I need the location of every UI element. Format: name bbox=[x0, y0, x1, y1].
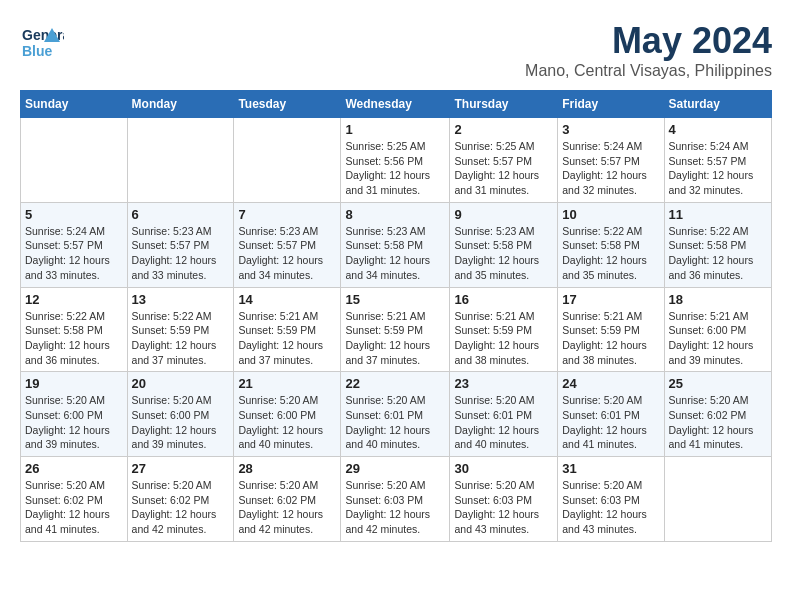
day-number: 28 bbox=[238, 461, 336, 476]
day-number: 11 bbox=[669, 207, 767, 222]
day-info: Sunrise: 5:22 AM Sunset: 5:58 PM Dayligh… bbox=[25, 309, 123, 368]
calendar-cell: 10Sunrise: 5:22 AM Sunset: 5:58 PM Dayli… bbox=[558, 202, 664, 287]
day-info: Sunrise: 5:24 AM Sunset: 5:57 PM Dayligh… bbox=[25, 224, 123, 283]
header-row: SundayMondayTuesdayWednesdayThursdayFrid… bbox=[21, 91, 772, 118]
day-info: Sunrise: 5:24 AM Sunset: 5:57 PM Dayligh… bbox=[669, 139, 767, 198]
day-number: 15 bbox=[345, 292, 445, 307]
calendar-cell: 11Sunrise: 5:22 AM Sunset: 5:58 PM Dayli… bbox=[664, 202, 771, 287]
day-number: 9 bbox=[454, 207, 553, 222]
day-info: Sunrise: 5:20 AM Sunset: 6:00 PM Dayligh… bbox=[132, 393, 230, 452]
calendar-cell bbox=[234, 118, 341, 203]
day-info: Sunrise: 5:20 AM Sunset: 6:01 PM Dayligh… bbox=[562, 393, 659, 452]
calendar-cell: 16Sunrise: 5:21 AM Sunset: 5:59 PM Dayli… bbox=[450, 287, 558, 372]
weekday-header: Thursday bbox=[450, 91, 558, 118]
day-info: Sunrise: 5:23 AM Sunset: 5:57 PM Dayligh… bbox=[132, 224, 230, 283]
day-number: 2 bbox=[454, 122, 553, 137]
day-number: 8 bbox=[345, 207, 445, 222]
day-number: 20 bbox=[132, 376, 230, 391]
calendar-cell: 23Sunrise: 5:20 AM Sunset: 6:01 PM Dayli… bbox=[450, 372, 558, 457]
calendar-cell: 4Sunrise: 5:24 AM Sunset: 5:57 PM Daylig… bbox=[664, 118, 771, 203]
day-info: Sunrise: 5:23 AM Sunset: 5:58 PM Dayligh… bbox=[454, 224, 553, 283]
calendar-cell: 29Sunrise: 5:20 AM Sunset: 6:03 PM Dayli… bbox=[341, 457, 450, 542]
calendar-cell: 17Sunrise: 5:21 AM Sunset: 5:59 PM Dayli… bbox=[558, 287, 664, 372]
day-info: Sunrise: 5:21 AM Sunset: 5:59 PM Dayligh… bbox=[562, 309, 659, 368]
calendar-cell: 18Sunrise: 5:21 AM Sunset: 6:00 PM Dayli… bbox=[664, 287, 771, 372]
calendar-cell: 21Sunrise: 5:20 AM Sunset: 6:00 PM Dayli… bbox=[234, 372, 341, 457]
calendar-week: 26Sunrise: 5:20 AM Sunset: 6:02 PM Dayli… bbox=[21, 457, 772, 542]
calendar-cell: 26Sunrise: 5:20 AM Sunset: 6:02 PM Dayli… bbox=[21, 457, 128, 542]
calendar-cell: 31Sunrise: 5:20 AM Sunset: 6:03 PM Dayli… bbox=[558, 457, 664, 542]
logo-icon: General Blue bbox=[20, 20, 64, 64]
calendar-cell: 12Sunrise: 5:22 AM Sunset: 5:58 PM Dayli… bbox=[21, 287, 128, 372]
day-number: 7 bbox=[238, 207, 336, 222]
calendar-cell: 8Sunrise: 5:23 AM Sunset: 5:58 PM Daylig… bbox=[341, 202, 450, 287]
calendar-cell: 28Sunrise: 5:20 AM Sunset: 6:02 PM Dayli… bbox=[234, 457, 341, 542]
day-number: 22 bbox=[345, 376, 445, 391]
calendar-cell bbox=[127, 118, 234, 203]
day-info: Sunrise: 5:21 AM Sunset: 6:00 PM Dayligh… bbox=[669, 309, 767, 368]
page-title: May 2024 bbox=[525, 20, 772, 62]
day-info: Sunrise: 5:20 AM Sunset: 6:03 PM Dayligh… bbox=[345, 478, 445, 537]
day-info: Sunrise: 5:21 AM Sunset: 5:59 PM Dayligh… bbox=[238, 309, 336, 368]
calendar-week: 5Sunrise: 5:24 AM Sunset: 5:57 PM Daylig… bbox=[21, 202, 772, 287]
day-info: Sunrise: 5:22 AM Sunset: 5:58 PM Dayligh… bbox=[562, 224, 659, 283]
weekday-header: Saturday bbox=[664, 91, 771, 118]
day-info: Sunrise: 5:20 AM Sunset: 6:00 PM Dayligh… bbox=[238, 393, 336, 452]
calendar-cell: 27Sunrise: 5:20 AM Sunset: 6:02 PM Dayli… bbox=[127, 457, 234, 542]
calendar-cell: 22Sunrise: 5:20 AM Sunset: 6:01 PM Dayli… bbox=[341, 372, 450, 457]
calendar-cell: 13Sunrise: 5:22 AM Sunset: 5:59 PM Dayli… bbox=[127, 287, 234, 372]
calendar-cell: 9Sunrise: 5:23 AM Sunset: 5:58 PM Daylig… bbox=[450, 202, 558, 287]
logo: General Blue bbox=[20, 20, 64, 64]
day-info: Sunrise: 5:25 AM Sunset: 5:56 PM Dayligh… bbox=[345, 139, 445, 198]
day-number: 5 bbox=[25, 207, 123, 222]
day-number: 25 bbox=[669, 376, 767, 391]
calendar-cell: 19Sunrise: 5:20 AM Sunset: 6:00 PM Dayli… bbox=[21, 372, 128, 457]
day-number: 30 bbox=[454, 461, 553, 476]
day-number: 14 bbox=[238, 292, 336, 307]
calendar-cell: 5Sunrise: 5:24 AM Sunset: 5:57 PM Daylig… bbox=[21, 202, 128, 287]
weekday-header: Wednesday bbox=[341, 91, 450, 118]
calendar-cell: 30Sunrise: 5:20 AM Sunset: 6:03 PM Dayli… bbox=[450, 457, 558, 542]
calendar-cell: 15Sunrise: 5:21 AM Sunset: 5:59 PM Dayli… bbox=[341, 287, 450, 372]
svg-text:Blue: Blue bbox=[22, 43, 53, 59]
day-number: 23 bbox=[454, 376, 553, 391]
day-number: 18 bbox=[669, 292, 767, 307]
day-number: 19 bbox=[25, 376, 123, 391]
day-info: Sunrise: 5:21 AM Sunset: 5:59 PM Dayligh… bbox=[454, 309, 553, 368]
calendar-cell: 24Sunrise: 5:20 AM Sunset: 6:01 PM Dayli… bbox=[558, 372, 664, 457]
calendar-cell: 3Sunrise: 5:24 AM Sunset: 5:57 PM Daylig… bbox=[558, 118, 664, 203]
calendar-cell: 2Sunrise: 5:25 AM Sunset: 5:57 PM Daylig… bbox=[450, 118, 558, 203]
day-number: 27 bbox=[132, 461, 230, 476]
day-info: Sunrise: 5:20 AM Sunset: 6:02 PM Dayligh… bbox=[132, 478, 230, 537]
day-info: Sunrise: 5:23 AM Sunset: 5:58 PM Dayligh… bbox=[345, 224, 445, 283]
weekday-header: Sunday bbox=[21, 91, 128, 118]
day-number: 3 bbox=[562, 122, 659, 137]
day-info: Sunrise: 5:20 AM Sunset: 6:00 PM Dayligh… bbox=[25, 393, 123, 452]
day-info: Sunrise: 5:20 AM Sunset: 6:01 PM Dayligh… bbox=[454, 393, 553, 452]
page-header: General Blue May 2024 Mano, Central Visa… bbox=[20, 20, 772, 80]
day-info: Sunrise: 5:23 AM Sunset: 5:57 PM Dayligh… bbox=[238, 224, 336, 283]
calendar-cell: 6Sunrise: 5:23 AM Sunset: 5:57 PM Daylig… bbox=[127, 202, 234, 287]
calendar-table: SundayMondayTuesdayWednesdayThursdayFrid… bbox=[20, 90, 772, 542]
day-info: Sunrise: 5:24 AM Sunset: 5:57 PM Dayligh… bbox=[562, 139, 659, 198]
calendar-week: 1Sunrise: 5:25 AM Sunset: 5:56 PM Daylig… bbox=[21, 118, 772, 203]
day-number: 4 bbox=[669, 122, 767, 137]
calendar-cell: 25Sunrise: 5:20 AM Sunset: 6:02 PM Dayli… bbox=[664, 372, 771, 457]
calendar-cell: 7Sunrise: 5:23 AM Sunset: 5:57 PM Daylig… bbox=[234, 202, 341, 287]
day-number: 10 bbox=[562, 207, 659, 222]
page-subtitle: Mano, Central Visayas, Philippines bbox=[525, 62, 772, 80]
day-number: 31 bbox=[562, 461, 659, 476]
day-number: 13 bbox=[132, 292, 230, 307]
weekday-header: Tuesday bbox=[234, 91, 341, 118]
day-number: 24 bbox=[562, 376, 659, 391]
day-number: 29 bbox=[345, 461, 445, 476]
day-number: 17 bbox=[562, 292, 659, 307]
weekday-header: Monday bbox=[127, 91, 234, 118]
day-info: Sunrise: 5:21 AM Sunset: 5:59 PM Dayligh… bbox=[345, 309, 445, 368]
calendar-week: 19Sunrise: 5:20 AM Sunset: 6:00 PM Dayli… bbox=[21, 372, 772, 457]
day-number: 6 bbox=[132, 207, 230, 222]
day-info: Sunrise: 5:25 AM Sunset: 5:57 PM Dayligh… bbox=[454, 139, 553, 198]
calendar-cell: 1Sunrise: 5:25 AM Sunset: 5:56 PM Daylig… bbox=[341, 118, 450, 203]
day-info: Sunrise: 5:20 AM Sunset: 6:02 PM Dayligh… bbox=[669, 393, 767, 452]
title-section: May 2024 Mano, Central Visayas, Philippi… bbox=[525, 20, 772, 80]
